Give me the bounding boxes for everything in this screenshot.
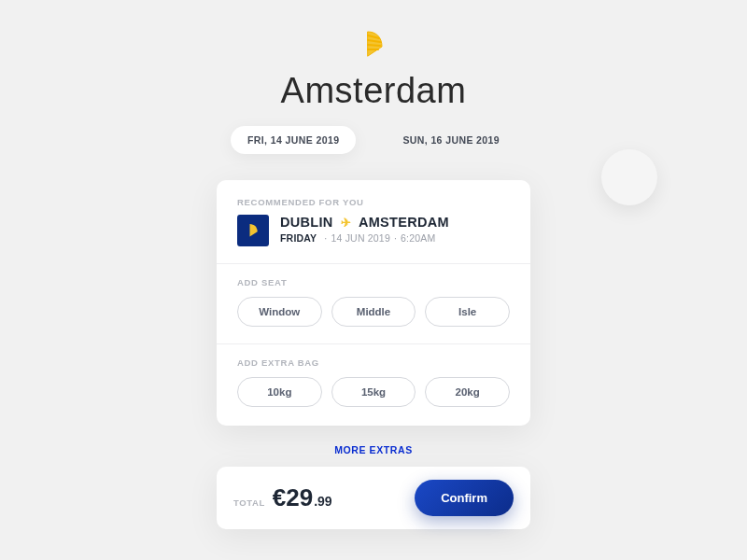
seat-option-middle[interactable]: Middle xyxy=(331,297,416,327)
recommended-label: RECOMMENDED FOR YOU xyxy=(237,197,510,207)
flight-date: 14 JUN 2019 xyxy=(331,232,390,244)
price-currency: € xyxy=(273,483,286,511)
add-bag-label: ADD EXTRA BAG xyxy=(237,357,510,368)
route-origin: DUBLIN xyxy=(280,215,333,230)
price-major: 29 xyxy=(286,483,313,511)
bag-option-15kg[interactable]: 15kg xyxy=(331,377,416,407)
flight-time: 6:20AM xyxy=(401,232,435,244)
plane-icon: ✈ xyxy=(341,216,351,230)
seat-option-isle[interactable]: Isle xyxy=(425,297,510,327)
date-selector: FRI, 14 JUNE 2019 SUN, 16 JUNE 2019 xyxy=(231,126,516,154)
divider xyxy=(217,343,530,344)
date-pill-return[interactable]: SUN, 16 JUNE 2019 xyxy=(386,126,516,154)
destination-title: Amsterdam xyxy=(281,71,467,111)
flight-meta: FRIDAY·14 JUN 2019·6:20AM xyxy=(280,232,449,244)
bag-option-20kg[interactable]: 20kg xyxy=(425,377,510,407)
flight-day: FRIDAY xyxy=(280,232,317,244)
total-price: €29.99 xyxy=(273,483,332,512)
avatar[interactable] xyxy=(601,149,657,205)
divider xyxy=(217,263,530,264)
flight-card: RECOMMENDED FOR YOU DUBLIN ✈ AMSTERDAM F… xyxy=(217,180,530,426)
date-pill-depart[interactable]: FRI, 14 JUNE 2019 xyxy=(231,126,356,154)
bag-option-10kg[interactable]: 10kg xyxy=(237,377,322,407)
more-extras-link[interactable]: MORE EXTRAS xyxy=(334,444,413,455)
svg-line-2 xyxy=(368,45,380,46)
airline-harp-logo xyxy=(358,28,389,63)
add-seat-label: ADD SEAT xyxy=(237,277,510,287)
price-minor: .99 xyxy=(314,494,331,509)
route-destination: AMSTERDAM xyxy=(359,215,449,230)
route: DUBLIN ✈ AMSTERDAM xyxy=(280,215,449,230)
airline-badge-icon xyxy=(237,215,269,246)
total-bar: TOTAL €29.99 Confirm xyxy=(217,467,530,529)
confirm-button[interactable]: Confirm xyxy=(415,480,514,516)
total-label: TOTAL xyxy=(233,497,265,508)
seat-option-window[interactable]: Window xyxy=(237,297,322,327)
